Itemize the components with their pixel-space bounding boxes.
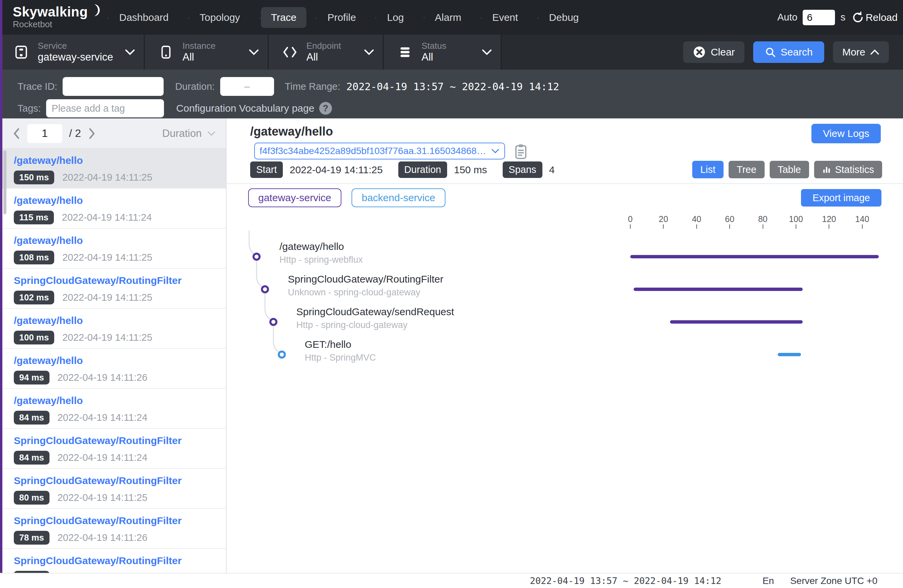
- instance-icon: [158, 44, 174, 60]
- trace-name-link[interactable]: SpringCloudGateway/RoutingFilter: [14, 275, 226, 286]
- chevron-down-icon: [354, 49, 374, 55]
- trace-timestamp: 2022-04-19 14:11:25: [62, 292, 152, 303]
- service-select[interactable]: Service gateway-service: [0, 34, 145, 70]
- nav-item[interactable]: Event: [482, 7, 528, 28]
- trace-list-item[interactable]: SpringCloudGateway/RoutingFilter 78 ms 2…: [2, 509, 226, 549]
- axis-tick: 60: [725, 215, 734, 229]
- trace-name-link[interactable]: /gateway/hello: [14, 355, 226, 366]
- view-mode-button[interactable]: Table: [770, 161, 809, 178]
- auto-interval-input[interactable]: [803, 10, 835, 25]
- trace-name-link[interactable]: SpringCloudGateway/RoutingFilter: [14, 555, 226, 566]
- page-number-input[interactable]: [27, 124, 62, 143]
- vocabulary-link[interactable]: Configuration Vocabulary page: [176, 103, 314, 114]
- chart-toolbar: gateway-service backend-service Export i…: [248, 188, 881, 207]
- trace-list-item[interactable]: /gateway/hello 115 ms 2022-04-19 14:11:2…: [2, 189, 226, 229]
- trace-list-item[interactable]: SpringCloudGateway/RoutingFilter 80 ms 2…: [2, 469, 226, 509]
- view-mode-label: Statistics: [835, 164, 874, 175]
- legend-chip[interactable]: backend-service: [351, 188, 445, 207]
- trace-name-link[interactable]: /gateway/hello: [14, 395, 226, 406]
- content: / 2 Duration /gateway/hello 150 ms 2022-…: [2, 118, 903, 573]
- start-value: 2022-04-19 14:11:25: [289, 164, 382, 176]
- nav-item-label: Log: [387, 12, 404, 23]
- nav-item[interactable]: Dashboard: [109, 7, 179, 28]
- status-select[interactable]: Status All: [384, 34, 502, 70]
- trace-name-link[interactable]: /gateway/hello: [14, 155, 226, 166]
- service-icon: [13, 44, 29, 60]
- view-mode-button[interactable]: Statistics: [814, 161, 882, 178]
- next-page-button[interactable]: [88, 128, 96, 139]
- span-duration-bar[interactable]: [670, 320, 803, 324]
- trace-name-link[interactable]: /gateway/hello: [14, 195, 226, 206]
- trace-list-item[interactable]: /gateway/hello 100 ms 2022-04-19 14:11:2…: [2, 309, 226, 349]
- app-logo[interactable]: Skywalking Rocketbot: [13, 5, 97, 30]
- span-duration-bar[interactable]: [630, 255, 879, 258]
- legend-chip-label: gateway-service: [258, 192, 331, 204]
- trace-name-link[interactable]: SpringCloudGateway/RoutingFilter: [14, 435, 226, 446]
- help-icon[interactable]: ?: [319, 102, 332, 115]
- filter-actions: Clear Search More: [683, 34, 889, 70]
- tags-label: Tags:: [17, 103, 41, 114]
- trace-list-item[interactable]: SpringCloudGateway/RoutingFilter 102 ms …: [2, 269, 226, 309]
- span-row[interactable]: SpringCloudGateway/RoutingFilterUnknown …: [227, 271, 903, 304]
- view-mode-button[interactable]: List: [692, 161, 724, 178]
- duration-badge: 102 ms: [14, 291, 54, 304]
- duration-badge: Duration: [398, 162, 447, 178]
- instance-select[interactable]: Instance All: [145, 34, 269, 70]
- trace-detail-title: /gateway/hello: [250, 124, 333, 139]
- nav-item[interactable]: Profile: [317, 7, 366, 28]
- duration-input[interactable]: [220, 77, 274, 96]
- trace-name-link[interactable]: SpringCloudGateway/RoutingFilter: [14, 515, 226, 527]
- more-button[interactable]: More: [833, 41, 889, 63]
- trace-id-input[interactable]: [63, 77, 164, 96]
- trace-detail: /gateway/hello View Logs f4f3f3c34abe425…: [227, 118, 903, 573]
- more-label: More: [842, 46, 865, 58]
- trace-list-item[interactable]: /gateway/hello 108 ms 2022-04-19 14:11:2…: [2, 229, 226, 269]
- language-switch[interactable]: En: [763, 575, 774, 586]
- server-zone[interactable]: Server Zone UTC +0: [790, 575, 878, 586]
- clear-button[interactable]: Clear: [683, 41, 744, 63]
- reload-button[interactable]: Reload: [851, 11, 898, 25]
- trace-name-link[interactable]: /gateway/hello: [14, 235, 226, 246]
- nav-item-label: Alarm: [435, 12, 461, 23]
- legend-chip[interactable]: gateway-service: [248, 188, 341, 207]
- view-mode-button[interactable]: Tree: [728, 161, 765, 178]
- spans-value: 4: [549, 164, 555, 176]
- nav-item[interactable]: Topology: [190, 7, 250, 28]
- search-button[interactable]: Search: [753, 41, 824, 63]
- prev-page-button[interactable]: [13, 128, 20, 139]
- search-icon: [765, 46, 776, 58]
- trace-list-item[interactable]: /gateway/hello 150 ms 2022-04-19 14:11:2…: [2, 149, 226, 189]
- nav-right-controls: Auto s Reload: [777, 10, 898, 25]
- trace-list-item[interactable]: /gateway/hello 94 ms 2022-04-19 14:11:26: [2, 349, 226, 389]
- trace-name-link[interactable]: SpringCloudGateway/RoutingFilter: [14, 475, 226, 486]
- status-value: All: [422, 51, 447, 64]
- span-duration-bar[interactable]: [778, 353, 801, 356]
- span-row[interactable]: /gateway/helloHttp - spring-webflux: [227, 239, 903, 271]
- span-duration-bar[interactable]: [634, 288, 803, 291]
- tags-input[interactable]: [46, 99, 164, 118]
- duration-badge: 84 ms: [14, 451, 49, 464]
- scrollbar-thumb[interactable]: [3, 151, 6, 214]
- export-image-button[interactable]: Export image: [801, 189, 881, 207]
- nav-item[interactable]: Debug: [539, 7, 589, 28]
- endpoint-select[interactable]: Endpoint All: [269, 34, 384, 70]
- footer-time-range[interactable]: 2022-04-19 13:57 ~ 2022-04-19 14:12: [530, 575, 722, 586]
- trace-meta-row: Start 2022-04-19 14:11:25 Duration 150 m…: [250, 162, 564, 178]
- trace-list-item[interactable]: SpringCloudGateway/RoutingFilter 84 ms 2…: [2, 429, 226, 469]
- nav-item-label: Topology: [200, 12, 240, 23]
- trace-name-link[interactable]: /gateway/hello: [14, 315, 226, 326]
- trace-list-item[interactable]: /gateway/hello 84 ms 2022-04-19 14:11:24: [2, 389, 226, 429]
- time-range-label: Time Range:: [285, 81, 340, 92]
- nav-item[interactable]: Alarm: [425, 7, 471, 28]
- view-logs-button[interactable]: View Logs: [812, 124, 881, 143]
- trace-id-select[interactable]: f4f3f3c34abe4252a89d5bf103f776aa.31.1650…: [254, 143, 505, 160]
- trace-list-item[interactable]: SpringCloudGateway/RoutingFilter 75 ms 2…: [2, 549, 226, 573]
- nav-item[interactable]: Log: [377, 7, 414, 28]
- trace-list-sidebar: / 2 Duration /gateway/hello 150 ms 2022-…: [2, 118, 227, 573]
- sort-select[interactable]: Duration: [162, 127, 216, 140]
- time-range-value[interactable]: 2022-04-19 13:57 ~ 2022-04-19 14:12: [346, 81, 559, 93]
- nav-item[interactable]: Trace: [261, 7, 307, 28]
- copy-icon[interactable]: [513, 143, 528, 160]
- span-row[interactable]: GET:/helloHttp - SpringMVC: [227, 337, 903, 369]
- span-row[interactable]: SpringCloudGateway/sendRequestHttp - spr…: [227, 304, 903, 337]
